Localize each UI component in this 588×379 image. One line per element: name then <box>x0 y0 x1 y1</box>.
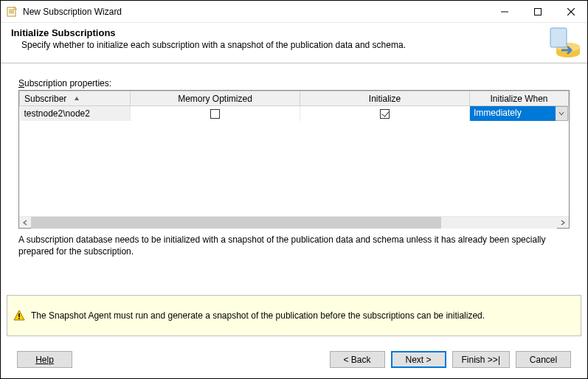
svg-marker-11 <box>75 97 79 100</box>
cell-memory-optimized[interactable] <box>131 106 300 122</box>
svg-line-7 <box>567 8 575 15</box>
button-row: Help < Back Next > Finish >>| Cancel <box>1 344 587 378</box>
warning-icon <box>13 310 25 321</box>
page-title: Initialize Subscriptions <box>11 27 581 38</box>
next-button[interactable]: Next > <box>391 351 446 368</box>
svg-rect-14 <box>18 318 20 319</box>
warning-text: The Snapshot Agent must run and generate… <box>31 310 485 321</box>
col-header-memory-optimized[interactable]: Memory Optimized <box>131 91 300 106</box>
checkbox-unchecked-icon[interactable] <box>210 109 220 119</box>
app-icon <box>7 6 18 18</box>
page-subtitle: Specify whether to initialize each subsc… <box>21 40 581 50</box>
scroll-left-icon[interactable] <box>19 217 31 229</box>
finish-button[interactable]: Finish >>| <box>452 351 510 368</box>
subscription-grid: Subscriber Memory Optimized Initialize I… <box>18 90 570 229</box>
table-row[interactable]: testnode2\node2 Immediately <box>20 106 569 122</box>
grid-header-row: Subscriber Memory Optimized Initialize I… <box>20 91 569 106</box>
svg-rect-1 <box>9 10 14 10</box>
help-button[interactable]: Help <box>17 351 72 368</box>
minimize-button[interactable] <box>488 1 521 22</box>
horizontal-scrollbar[interactable] <box>19 216 569 228</box>
cell-initialize-when[interactable]: Immediately <box>470 106 569 122</box>
wizard-header-icon <box>546 25 581 60</box>
svg-rect-3 <box>9 13 14 13</box>
cell-initialize[interactable] <box>300 106 470 122</box>
window-title: New Subscription Wizard <box>23 7 488 17</box>
col-header-subscriber[interactable]: Subscriber <box>20 91 131 106</box>
warning-panel: The Snapshot Agent must run and generate… <box>7 295 581 336</box>
grid-label: Subscription properties: <box>18 78 570 88</box>
back-button[interactable]: < Back <box>330 351 385 368</box>
chevron-down-icon[interactable] <box>556 106 568 121</box>
checkbox-checked-icon[interactable] <box>380 109 390 119</box>
wizard-window: New Subscription Wizard Initialize Subsc… <box>0 0 588 379</box>
scrollbar-thumb[interactable] <box>31 217 441 229</box>
svg-line-6 <box>567 8 575 15</box>
cancel-button[interactable]: Cancel <box>516 351 571 368</box>
svg-rect-2 <box>9 11 14 12</box>
info-note: A subscription database needs to be init… <box>18 234 570 257</box>
wizard-header: Initialize Subscriptions Specify whether… <box>1 23 587 63</box>
sort-ascending-icon <box>74 94 80 104</box>
col-header-initialize[interactable]: Initialize <box>300 91 470 106</box>
maximize-button[interactable] <box>521 1 554 22</box>
titlebar: New Subscription Wizard <box>1 1 587 23</box>
initialize-when-dropdown[interactable]: Immediately <box>470 106 568 121</box>
scrollbar-track[interactable] <box>31 217 557 229</box>
col-header-initialize-when[interactable]: Initialize When <box>470 91 569 106</box>
svg-rect-10 <box>550 28 567 47</box>
window-controls <box>488 1 587 22</box>
content-area: Subscription properties: Subscriber <box>1 63 587 295</box>
close-button[interactable] <box>554 1 587 22</box>
cell-subscriber: testnode2\node2 <box>20 106 131 122</box>
svg-rect-5 <box>534 8 541 15</box>
scroll-right-icon[interactable] <box>557 217 569 229</box>
svg-rect-13 <box>18 313 20 317</box>
